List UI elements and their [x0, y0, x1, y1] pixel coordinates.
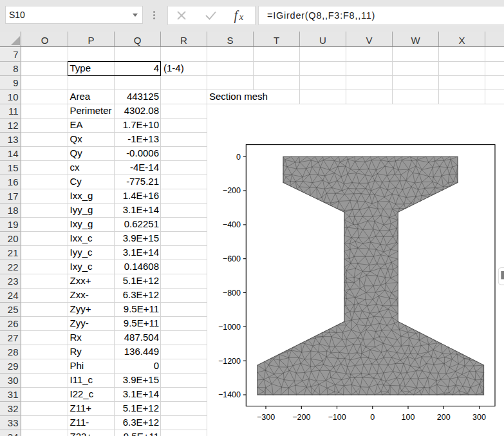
svg-text:−300: −300 [257, 413, 275, 422]
svg-text:100: 100 [402, 413, 415, 422]
svg-text:−200: −200 [223, 186, 241, 195]
svg-text:−1200: −1200 [218, 357, 241, 366]
svg-text:0: 0 [236, 153, 241, 162]
svg-text:0: 0 [370, 413, 375, 422]
svg-text:300: 300 [472, 413, 486, 422]
svg-text:−100: −100 [328, 413, 346, 422]
svg-text:−200: −200 [292, 413, 310, 422]
svg-text:−1400: −1400 [218, 390, 241, 399]
svg-text:−1000: −1000 [218, 323, 241, 332]
svg-text:−400: −400 [223, 220, 241, 229]
svg-text:−600: −600 [223, 254, 241, 263]
svg-text:−800: −800 [223, 289, 241, 298]
svg-text:200: 200 [437, 413, 451, 422]
